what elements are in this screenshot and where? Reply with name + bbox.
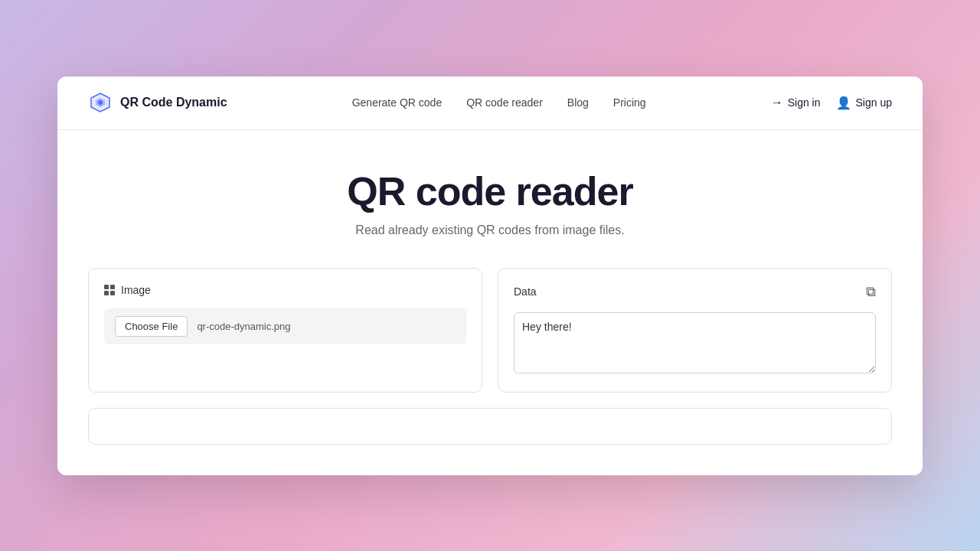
navbar: QR Code Dynamic Generate QR code QR code… bbox=[57, 77, 923, 130]
logo-icon bbox=[88, 90, 113, 115]
cards-row: Image Choose File qr-code-dynamic.png Da… bbox=[88, 268, 892, 393]
bottom-bar bbox=[88, 408, 892, 445]
sign-in-icon: → bbox=[771, 96, 783, 109]
nav-blog[interactable]: Blog bbox=[567, 96, 589, 109]
image-card-title: Image bbox=[121, 284, 151, 296]
image-card-header: Image bbox=[104, 284, 466, 296]
copy-icon[interactable]: ⧉ bbox=[866, 284, 876, 299]
logo[interactable]: QR Code Dynamic bbox=[88, 90, 227, 115]
nav-links: Generate QR code QR code reader Blog Pri… bbox=[352, 96, 646, 109]
svg-point-0 bbox=[98, 100, 103, 105]
sign-in-button[interactable]: → Sign in bbox=[771, 96, 821, 109]
grid-icon bbox=[104, 285, 115, 295]
data-card-title: Data bbox=[514, 285, 537, 298]
page-subtitle: Read already existing QR codes from imag… bbox=[88, 223, 892, 237]
app-window: QR Code Dynamic Generate QR code QR code… bbox=[57, 77, 923, 475]
nav-qr-code-reader[interactable]: QR code reader bbox=[466, 96, 543, 109]
page-title: QR code reader bbox=[88, 168, 892, 214]
file-name: qr-code-dynamic.png bbox=[197, 321, 290, 332]
nav-pricing[interactable]: Pricing bbox=[613, 96, 646, 109]
file-input-wrapper: Choose File qr-code-dynamic.png bbox=[104, 308, 466, 344]
sign-up-icon: 👤 bbox=[836, 96, 851, 110]
nav-generate-qr-code[interactable]: Generate QR code bbox=[352, 96, 443, 109]
data-card-header: Data ⧉ bbox=[514, 284, 876, 300]
sign-up-button[interactable]: 👤 Sign up bbox=[836, 96, 892, 110]
sign-up-label: Sign up bbox=[856, 96, 892, 109]
main-content: QR code reader Read already existing QR … bbox=[57, 130, 923, 475]
nav-actions: → Sign in 👤 Sign up bbox=[771, 96, 892, 110]
sign-in-label: Sign in bbox=[788, 96, 821, 109]
choose-file-button[interactable]: Choose File bbox=[115, 316, 188, 337]
data-card: Data ⧉ bbox=[498, 268, 892, 393]
logo-text: QR Code Dynamic bbox=[120, 96, 227, 109]
data-textarea[interactable] bbox=[514, 312, 876, 373]
image-card: Image Choose File qr-code-dynamic.png bbox=[88, 268, 482, 393]
